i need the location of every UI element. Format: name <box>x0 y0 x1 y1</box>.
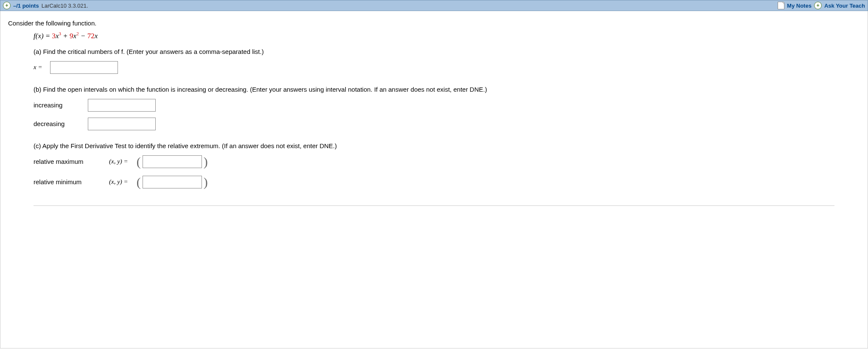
expand-icon[interactable]: + <box>3 2 11 9</box>
rel-min-input[interactable] <box>143 176 202 188</box>
rel-max-tuple: ( ) <box>136 155 209 168</box>
part-c-text: (c) Apply the First Derivative Test to i… <box>34 142 860 149</box>
decreasing-input[interactable] <box>88 118 156 130</box>
note-icon[interactable] <box>778 2 784 9</box>
func-lhs: f(x) = <box>34 32 52 40</box>
open-paren-icon: ( <box>136 176 142 188</box>
part-b-text: (b) Find the open intervals on which the… <box>34 86 860 93</box>
ask-teacher-link[interactable]: Ask Your Teach <box>824 3 865 9</box>
var-1: x <box>56 32 59 40</box>
plus-op: + <box>61 32 70 40</box>
rel-max-input[interactable] <box>143 155 202 168</box>
close-paren-icon: ) <box>203 155 209 168</box>
coef-3: 72 <box>87 32 95 40</box>
xy-equals-max: (x, y) = <box>109 158 128 165</box>
footer-divider <box>34 205 834 206</box>
var-3: x <box>95 32 98 40</box>
decreasing-row: decreasing <box>34 118 860 130</box>
var-2: x <box>73 32 77 40</box>
part-a-text: (a) Find the critical numbers of f. (Ent… <box>34 48 860 55</box>
question-body: Consider the following function. f(x) = … <box>0 11 868 348</box>
critical-numbers-input[interactable] <box>50 61 118 74</box>
rel-max-label: relative maximum <box>34 158 101 165</box>
rel-min-tuple: ( ) <box>136 176 209 188</box>
close-paren-icon: ) <box>203 176 209 188</box>
part-b: (b) Find the open intervals on which the… <box>34 86 860 130</box>
rel-min-row: relative minimum (x, y) = ( ) <box>34 176 860 188</box>
decreasing-label: decreasing <box>34 120 80 127</box>
xy-equals-min: (x, y) = <box>109 178 128 185</box>
part-c: (c) Apply the First Derivative Test to i… <box>34 142 860 188</box>
x-equals-label: x = <box>34 64 42 71</box>
open-paren-icon: ( <box>136 155 142 168</box>
question-header-bar: + –/1 points LarCalc10 3.3.021. My Notes… <box>0 0 868 11</box>
plus-icon[interactable]: + <box>814 2 822 9</box>
source-label: LarCalc10 3.3.021. <box>42 3 88 9</box>
header-right: My Notes + Ask Your Teach <box>778 2 865 9</box>
minus-op: − <box>79 32 87 40</box>
intro-text: Consider the following function. <box>8 20 860 27</box>
function-expression: f(x) = 3x3 + 9x2 − 72x <box>34 31 860 40</box>
rel-max-row: relative maximum (x, y) = ( ) <box>34 155 860 168</box>
points-label: –/1 points <box>13 3 39 9</box>
my-notes-link[interactable]: My Notes <box>787 3 812 9</box>
part-a-row: x = <box>34 61 860 74</box>
coef-2: 9 <box>70 32 73 40</box>
header-left: + –/1 points LarCalc10 3.3.021. <box>3 2 88 9</box>
part-a: (a) Find the critical numbers of f. (Ent… <box>34 48 860 74</box>
rel-min-label: relative minimum <box>34 178 101 185</box>
coef-1: 3 <box>52 32 56 40</box>
increasing-row: increasing <box>34 99 860 112</box>
increasing-input[interactable] <box>88 99 156 112</box>
increasing-label: increasing <box>34 101 80 109</box>
